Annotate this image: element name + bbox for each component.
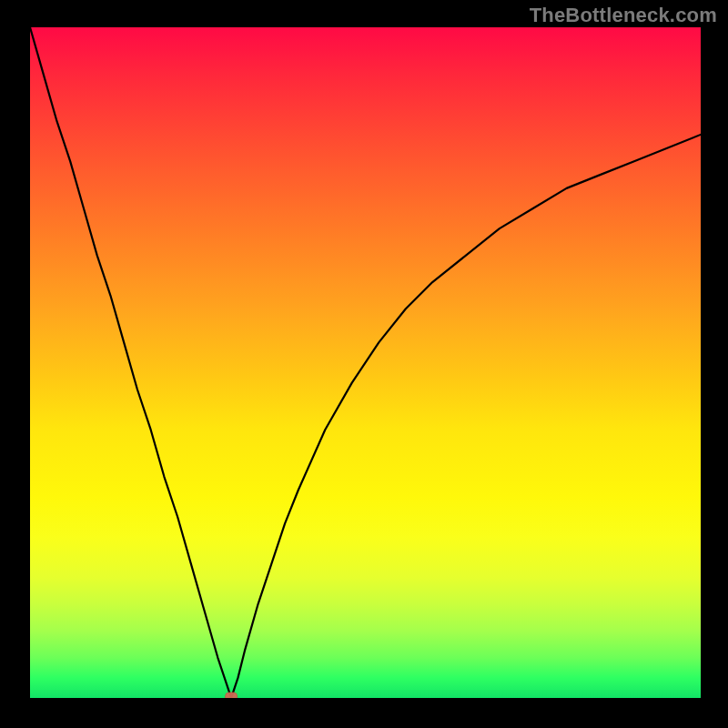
- curve-layer: [30, 27, 701, 698]
- plot-area: [30, 27, 701, 698]
- watermark-text: TheBottleneck.com: [530, 4, 717, 27]
- chart-frame: TheBottleneck.com: [0, 0, 728, 728]
- curve-min-marker: [226, 693, 238, 698]
- bottleneck-curve: [30, 27, 701, 698]
